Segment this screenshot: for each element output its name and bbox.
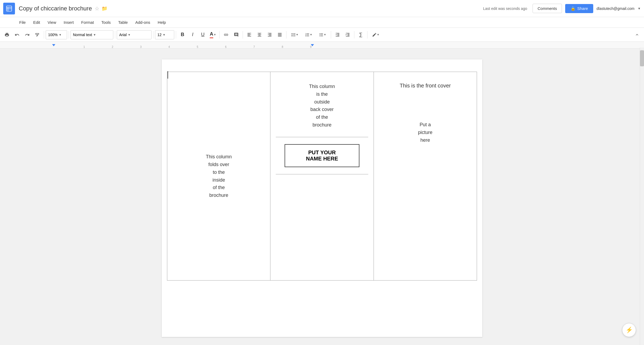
- special-chars-button[interactable]: ∑: [356, 30, 366, 40]
- increase-indent-button[interactable]: [343, 30, 352, 40]
- menu-table[interactable]: Table: [115, 19, 131, 26]
- align-right-button[interactable]: [265, 30, 274, 40]
- toolbar-divider-2: [69, 31, 69, 39]
- paint-format-button[interactable]: [33, 30, 42, 40]
- toolbar-divider-11: [367, 31, 367, 39]
- menu-format[interactable]: Format: [78, 19, 97, 26]
- align-center-button[interactable]: [255, 30, 264, 40]
- toolbar: 100% ▼ Normal text ▼ Arial ▼ 12 ▼ B I U …: [0, 28, 644, 42]
- col2-separator: [276, 137, 368, 137]
- share-label: Share: [577, 6, 588, 11]
- doc-title[interactable]: Copy of chiccarine brochure: [19, 5, 92, 12]
- ruler-mark-1: 1: [83, 45, 85, 48]
- zoom-dropdown-icon: ▼: [59, 33, 62, 36]
- ruler-mark-3: 3: [140, 45, 142, 48]
- align-left-button[interactable]: [245, 30, 254, 40]
- ruler: 1 2 3 4 5 6 7 8 9: [0, 42, 644, 49]
- name-box[interactable]: PUT YOURNAME HERE: [285, 144, 359, 167]
- toolbar-divider-9: [331, 31, 331, 39]
- italic-button[interactable]: I: [188, 30, 197, 40]
- menu-view[interactable]: View: [44, 19, 59, 26]
- toolbar-divider-3: [115, 31, 115, 39]
- decrease-indent-button[interactable]: [333, 30, 342, 40]
- text-color-dropdown[interactable]: ▼: [214, 33, 216, 36]
- menu-help[interactable]: Help: [154, 19, 169, 26]
- formula-icon: ∑: [359, 32, 363, 37]
- header-right: Last edit was seconds ago Comments 🔒 Sha…: [483, 4, 641, 13]
- smart-compose-button[interactable]: ⚡: [622, 323, 636, 337]
- text-cursor: [168, 71, 168, 79]
- zoom-selector[interactable]: 100% ▼: [46, 30, 67, 39]
- toolbar-divider-6: [219, 31, 220, 39]
- text-color-button[interactable]: A ▼: [208, 30, 218, 40]
- lock-icon: 🔒: [571, 6, 576, 11]
- style-dropdown-icon: ▼: [93, 33, 96, 36]
- brochure-col3[interactable]: This is the front cover Put apicturehere: [374, 72, 477, 281]
- font-size-value: 12: [157, 33, 162, 37]
- brochure-table: This columnfolds overto theinsideof theb…: [167, 72, 477, 281]
- col1-text: This columnfolds overto theinsideof theb…: [173, 153, 265, 199]
- align-justify-button[interactable]: [275, 30, 285, 40]
- svg-rect-0: [6, 6, 12, 11]
- font-selector[interactable]: Arial ▼: [117, 30, 152, 39]
- redo-button[interactable]: [22, 30, 32, 40]
- document-page[interactable]: This columnfolds overto theinsideof theb…: [162, 59, 482, 337]
- underline-button[interactable]: U: [198, 30, 208, 40]
- style-selector[interactable]: Normal text ▼: [71, 30, 113, 39]
- toolbar-divider-4: [153, 31, 153, 39]
- draw-button[interactable]: ▼: [369, 30, 382, 40]
- menu-insert[interactable]: Insert: [60, 19, 77, 26]
- bullet-list-button[interactable]: ▼: [316, 30, 329, 40]
- user-account[interactable]: dlastutech@gmail.com: [596, 6, 634, 11]
- print-button[interactable]: [2, 30, 12, 40]
- ruler-mark-8: 8: [282, 45, 283, 48]
- font-size-selector[interactable]: 12 ▼: [155, 30, 174, 39]
- line-spacing-button[interactable]: ▼: [288, 30, 301, 40]
- text-color-label: A: [210, 31, 213, 38]
- font-value: Arial: [119, 33, 127, 37]
- brochure-col1[interactable]: This columnfolds overto theinsideof theb…: [167, 72, 270, 281]
- document-area[interactable]: This columnfolds overto theinsideof theb…: [0, 49, 644, 345]
- toolbar-divider-1: [44, 31, 44, 39]
- brochure-col2[interactable]: This columnis theoutsideback coverof the…: [270, 72, 374, 281]
- ruler-mark-2: 2: [112, 45, 113, 48]
- top-bar: Copy of chiccarine brochure ☆ 📁 Last edi…: [0, 0, 644, 17]
- ruler-mark-4: 4: [168, 45, 170, 48]
- col2-separator-2: [276, 174, 368, 174]
- insert-comment-button[interactable]: [231, 30, 241, 40]
- insert-link-button[interactable]: [221, 30, 231, 40]
- menu-tools[interactable]: Tools: [98, 19, 114, 26]
- menu-addons[interactable]: Add-ons: [132, 19, 153, 26]
- toolbar-divider-10: [354, 31, 354, 39]
- share-button[interactable]: 🔒 Share: [565, 4, 593, 13]
- ruler-mark-5: 5: [197, 45, 198, 48]
- menu-edit[interactable]: Edit: [30, 19, 43, 26]
- style-value: Normal text: [73, 33, 92, 37]
- col2-top-text: This columnis theoutsideback coverof the…: [276, 83, 368, 129]
- font-dropdown-icon: ▼: [128, 33, 131, 36]
- account-dropdown-icon[interactable]: ▼: [638, 7, 641, 10]
- undo-button[interactable]: [12, 30, 22, 40]
- doc-title-area: Copy of chiccarine brochure ☆ 📁: [19, 5, 483, 12]
- vertical-scrollbar[interactable]: [640, 48, 644, 345]
- last-edit-status: Last edit was seconds ago: [483, 6, 527, 11]
- folder-icon[interactable]: 📁: [102, 6, 107, 11]
- menu-file[interactable]: File: [16, 19, 29, 26]
- collapse-toolbar-button[interactable]: [632, 30, 642, 40]
- app-icon[interactable]: [3, 3, 15, 14]
- scrollbar-thumb[interactable]: [640, 50, 644, 66]
- ruler-mark-7: 7: [253, 45, 255, 48]
- toolbar-divider-8: [286, 31, 286, 39]
- zoom-value: 100%: [48, 33, 58, 37]
- ruler-mark-6: 6: [225, 45, 227, 48]
- toolbar-divider-7: [243, 31, 243, 39]
- comments-button[interactable]: Comments: [533, 4, 562, 13]
- size-dropdown-icon: ▼: [163, 33, 166, 36]
- bold-button[interactable]: B: [178, 30, 187, 40]
- toolbar-divider-5: [176, 31, 176, 39]
- front-cover-title: This is the front cover: [379, 83, 471, 89]
- star-icon[interactable]: ☆: [95, 5, 99, 12]
- numbered-list-button[interactable]: ▼: [302, 30, 315, 40]
- smart-compose-icon: ⚡: [626, 327, 633, 333]
- menu-bar: File Edit View Insert Format Tools Table…: [0, 17, 644, 28]
